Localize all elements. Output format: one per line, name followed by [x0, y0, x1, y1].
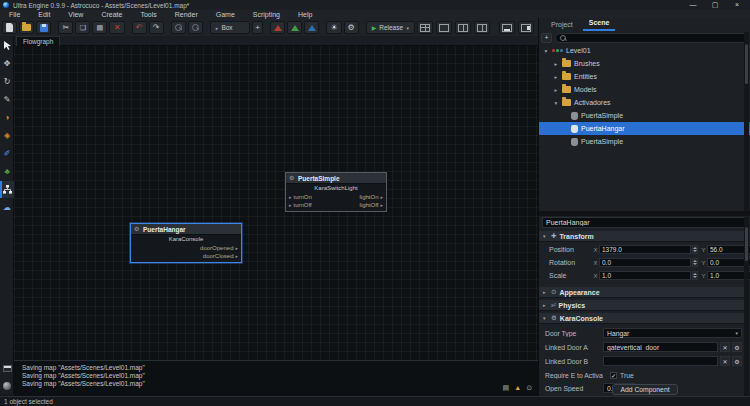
linked-door-a-input[interactable]	[603, 342, 718, 352]
warning-filter-button[interactable]: ▲	[514, 384, 521, 392]
tree-scrollbar[interactable]	[744, 32, 749, 211]
rotation-x-input[interactable]	[599, 258, 691, 267]
menu-render[interactable]: Render	[166, 10, 207, 19]
search-input[interactable]	[555, 33, 747, 43]
paste-button[interactable]: ▤	[92, 21, 107, 34]
copy-button[interactable]: ❏	[75, 21, 90, 34]
zoom-out-button[interactable]	[188, 21, 203, 34]
menu-view[interactable]: View	[59, 10, 92, 19]
terrain-blue-button[interactable]	[304, 21, 319, 34]
flowgraph-canvas[interactable]: Flowgraph ⚙ PuertaSimple KaraSwitchLight…	[14, 36, 538, 360]
linked-door-b-input[interactable]	[603, 356, 718, 366]
history-filter-button[interactable]: ⊙	[526, 384, 532, 392]
node-puertasimple-header[interactable]: ⚙ PuertaSimple	[286, 173, 386, 184]
clear-linked-door-b-button[interactable]: ✕	[720, 356, 730, 366]
tab-flowgraph[interactable]: Flowgraph	[16, 36, 60, 46]
probe-tool-button[interactable]: ☁	[0, 199, 14, 216]
tree-item-models[interactable]: ▸ Models	[539, 83, 750, 96]
gizmo-tool-button[interactable]: ◈	[0, 127, 14, 144]
chevron-expanded-icon[interactable]: ▾	[543, 48, 549, 54]
tree-item-entities[interactable]: ▸ Entities	[539, 70, 750, 83]
output-pin-doorclosed[interactable]: doorClosed▸	[203, 253, 238, 259]
add-component-button[interactable]: Add Component	[612, 384, 678, 395]
tree-item-activadores[interactable]: ▾ Activadores	[539, 96, 750, 109]
maximize-icon[interactable]: ▢	[710, 0, 720, 10]
chevron-collapsed-icon[interactable]: ▸	[553, 61, 559, 67]
texture-tool-button[interactable]: ◑	[0, 109, 14, 126]
move-tool-button[interactable]: ✥	[0, 55, 14, 72]
terrain-green-button[interactable]	[287, 21, 302, 34]
output-pin-lighton[interactable]: lightOn▸	[359, 194, 383, 200]
console-panel[interactable]: Saving map "Assets/Scenes/Level01.map" S…	[14, 360, 538, 396]
entity-name-field[interactable]	[542, 217, 746, 228]
save-button[interactable]	[36, 21, 51, 34]
tree-item-puertahangar[interactable]: PuertaHangar	[539, 122, 750, 135]
tree-item-puertasimple-2[interactable]: PuertaSimple	[539, 135, 750, 148]
console-tab-button[interactable]	[0, 360, 14, 376]
output-pin-lightoff[interactable]: lightOff▸	[360, 202, 383, 208]
tree-item-brushes[interactable]: ▸ Brushes	[539, 57, 750, 70]
node-puertahangar[interactable]: ⚙ PuertaHangar KaraConsole doorOpened▸ d…	[130, 223, 242, 263]
flowgraph-tool-button[interactable]	[0, 181, 14, 198]
paint-tool-button[interactable]: ✐	[0, 145, 14, 162]
pick-linked-door-b-button[interactable]: ⚙	[732, 356, 742, 366]
node-puertahangar-header[interactable]: ⚙ PuertaHangar	[131, 224, 241, 235]
output-pin-dooropened[interactable]: doorOpened▸	[200, 245, 238, 251]
properties-scrollbar-thumb[interactable]	[745, 227, 748, 261]
layout-quad-button[interactable]	[417, 21, 433, 34]
log-filter-button[interactable]: ▤	[503, 384, 510, 392]
node-puertasimple[interactable]: ⚙ PuertaSimple KaraSwitchLight ▸turnOn l…	[285, 172, 387, 212]
tree-item-puertasimple-1[interactable]: PuertaSimple	[539, 109, 750, 122]
tree-item-level01[interactable]: ▾ Level01	[539, 44, 749, 57]
redo-button[interactable]: ↷	[149, 21, 164, 34]
menu-game[interactable]: Game	[207, 10, 244, 19]
pick-linked-door-a-button[interactable]: ⚙	[732, 342, 742, 352]
primitive-dropdown[interactable]: ▸ Box	[210, 21, 250, 34]
cut-button[interactable]: ✂	[58, 21, 73, 34]
rotate-tool-button[interactable]: ↻	[0, 73, 14, 90]
door-type-select[interactable]: Hangar ▾	[603, 328, 742, 338]
select-tool-button[interactable]	[0, 37, 14, 54]
chevron-expanded-icon[interactable]: ▾	[553, 100, 559, 106]
section-transform[interactable]: ▾ ✚ Transform	[539, 231, 746, 242]
scale-x-input[interactable]	[599, 271, 691, 280]
toggle-side-panel-button[interactable]	[518, 21, 534, 34]
open-button[interactable]	[19, 21, 34, 34]
clear-linked-door-a-button[interactable]: ✕	[720, 342, 730, 352]
delete-button[interactable]: ✕	[109, 21, 124, 34]
position-x-stepper[interactable]	[692, 245, 698, 254]
input-pin-turnoff[interactable]: ▸turnOff	[289, 202, 312, 208]
section-appearance[interactable]: ▸ ⊙ Appearance	[539, 287, 746, 298]
tab-project[interactable]: Project	[545, 21, 579, 31]
chevron-collapsed-icon[interactable]: ▸	[553, 87, 559, 93]
toggle-bottom-panel-button[interactable]	[499, 21, 515, 34]
require-e-checkbox[interactable]: ✓	[610, 372, 617, 379]
menu-edit[interactable]: Edit	[29, 10, 59, 19]
tab-scene[interactable]: Scene	[583, 19, 616, 31]
position-x-input[interactable]	[599, 245, 691, 254]
section-physics[interactable]: ▸ x² Physics	[539, 300, 746, 311]
close-icon[interactable]: ×	[732, 0, 742, 10]
menu-file[interactable]: File	[0, 10, 29, 19]
chevron-collapsed-icon[interactable]: ▸	[553, 74, 559, 80]
face-edit-tool-button[interactable]: ✎	[0, 91, 14, 108]
properties-scrollbar[interactable]	[744, 217, 749, 396]
world-tab-button[interactable]	[0, 378, 14, 394]
terrain-red-button[interactable]	[270, 21, 285, 34]
new-button[interactable]	[2, 21, 17, 34]
layout-trisplit-button[interactable]	[474, 21, 490, 34]
minimize-icon[interactable]: —	[688, 0, 698, 10]
menu-help[interactable]: Help	[289, 10, 321, 19]
panel-divider[interactable]	[539, 211, 750, 216]
tree-scrollbar-thumb[interactable]	[745, 44, 748, 84]
run-configuration-dropdown[interactable]: ▶ Release ▾	[366, 21, 415, 34]
vegetation-tool-button[interactable]: ♣	[0, 163, 14, 180]
input-pin-turnon[interactable]: ▸turnOn	[289, 194, 312, 200]
layout-single-button[interactable]	[436, 21, 452, 34]
settings-button[interactable]: ⚙	[344, 21, 359, 34]
menu-create[interactable]: Create	[92, 10, 131, 19]
add-item-button[interactable]: +	[541, 33, 552, 43]
menu-tools[interactable]: Tools	[131, 10, 165, 19]
scale-x-stepper[interactable]	[692, 271, 698, 280]
menu-scripting[interactable]: Scripting	[244, 10, 289, 19]
